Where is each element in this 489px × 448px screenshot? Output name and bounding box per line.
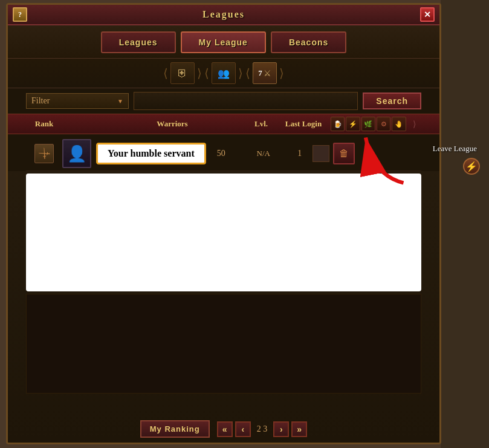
table-header: Rank Warriors Lvl. Last Login 🍺 ⚡ 🌿 ⚙ 🤚 …	[8, 114, 439, 134]
separator-mid2: ⟨	[204, 66, 209, 80]
header-icon-6: ⟩	[407, 117, 421, 131]
separator-right: ⟩	[279, 66, 284, 80]
side-btn-icon: ⚡	[465, 161, 478, 172]
header-icon-1: 🍺	[331, 117, 345, 131]
page-numbers: 2 3	[253, 424, 271, 434]
player-level: 50	[206, 149, 236, 158]
filter-dropdown[interactable]: Filter ▼	[26, 93, 129, 109]
icon-helmet[interactable]: ⛨	[170, 62, 195, 84]
table-row: ⚔ 👤 Your humble servant 50 N/A 1 🗑	[26, 137, 421, 171]
header-last-login: Last Login	[276, 119, 331, 129]
header-rank: Rank	[26, 119, 62, 129]
icon-numbered[interactable]: 7 ⚔	[253, 62, 277, 84]
table-body: ⚔ 👤 Your humble servant 50 N/A 1 🗑	[8, 134, 439, 171]
header-lvl: Lvl.	[246, 119, 276, 129]
player-avatar-icon: 👤	[67, 144, 86, 163]
filter-input[interactable]	[134, 92, 358, 110]
my-ranking-button[interactable]: My Ranking	[140, 420, 210, 438]
header-icon-4: ⚙	[377, 117, 390, 131]
player-color-box	[313, 145, 329, 162]
player-last-login: N/A	[236, 149, 291, 158]
header-icon-5: 🤚	[392, 117, 406, 131]
tab-bar: Leagues My League Beacons	[8, 25, 439, 58]
header-icon-3: 🌿	[361, 117, 375, 131]
help-button[interactable]: ?	[13, 7, 27, 22]
player-count: 1	[291, 149, 309, 158]
tab-beacons[interactable]: Beacons	[271, 31, 346, 53]
separator-left: ⟨	[163, 66, 168, 80]
search-button[interactable]: Search	[363, 93, 421, 109]
avatar: 👤	[62, 139, 91, 168]
row-rank: ⚔	[26, 144, 62, 163]
filter-label: Filter	[31, 96, 50, 106]
separator-mid3: ⟩	[238, 66, 243, 80]
content-area	[26, 174, 421, 291]
count-badge: 7	[258, 68, 262, 78]
warriors-icon: 👥	[218, 68, 230, 79]
side-panel: ⚡	[462, 121, 481, 212]
header-icons: 🍺 ⚡ 🌿 ⚙ 🤚 ⟩	[331, 117, 421, 131]
tab-leagues[interactable]: Leagues	[101, 31, 176, 53]
player-name: Your humble servant	[96, 143, 206, 164]
bottom-bar: My Ranking « ‹ 2 3 › »	[26, 420, 421, 438]
dark-area	[26, 294, 421, 394]
helmet-icon: ⛨	[177, 67, 188, 80]
icon-warriors[interactable]: 👥	[212, 62, 236, 84]
window-title: Leagues	[202, 9, 245, 20]
pagination: « ‹ 2 3 › »	[217, 421, 308, 437]
trash-icon: 🗑	[339, 148, 349, 159]
rank-sword-icon: ⚔	[34, 144, 54, 163]
page-last-button[interactable]: »	[291, 421, 307, 437]
separator-mid1: ⟩	[197, 66, 202, 80]
side-action-button[interactable]: ⚡	[463, 158, 480, 175]
separator-mid4: ⟨	[245, 66, 250, 80]
header-icon-2: ⚡	[346, 117, 360, 131]
page-prev-button[interactable]: ‹	[235, 421, 251, 437]
tab-my-league[interactable]: My League	[181, 31, 266, 53]
dropdown-arrow-icon: ▼	[117, 98, 123, 105]
header-warriors: Warriors	[62, 119, 246, 129]
leave-league-button[interactable]: 🗑	[333, 143, 355, 164]
page-next-button[interactable]: ›	[273, 421, 289, 437]
game-background-right	[441, 0, 489, 448]
close-button[interactable]: ✕	[420, 7, 435, 22]
main-window: ? Leagues ✕ Leagues My League Beacons ⟨ …	[6, 3, 441, 444]
filter-row: Filter ▼ Search	[8, 88, 439, 114]
page-first-button[interactable]: «	[217, 421, 233, 437]
weapons-icon: ⚔	[264, 68, 271, 79]
title-bar: ? Leagues ✕	[8, 5, 439, 25]
icon-row: ⟨ ⛨ ⟩ ⟨ 👥 ⟩ ⟨ 7 ⚔ ⟩	[8, 58, 439, 88]
